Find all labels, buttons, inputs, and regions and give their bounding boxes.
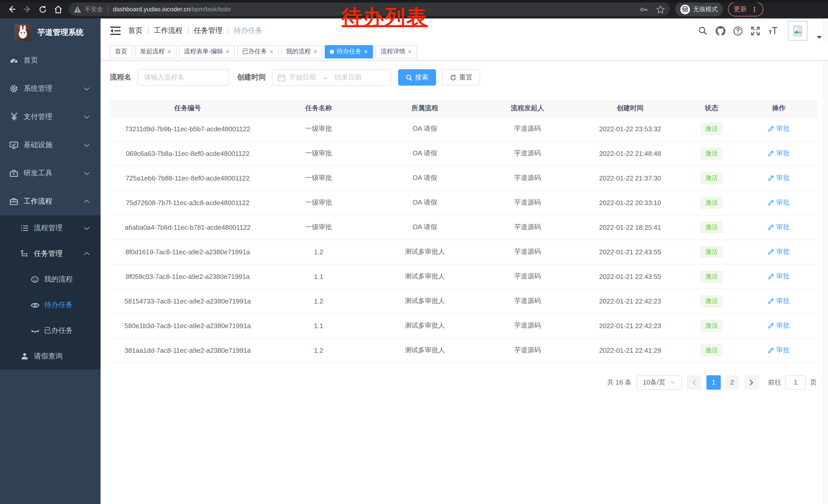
date-range-picker[interactable]: 开始日期 - 结束日期 xyxy=(272,69,391,86)
tag-view-item[interactable]: 已办任务× xyxy=(237,45,278,58)
table-row[interactable]: 8f0d1619-7ac8-11ec-a9e2-a2380e71991a 1.2… xyxy=(110,239,818,264)
github-icon[interactable] xyxy=(715,26,726,36)
table-row[interactable]: 381aa1dd-7ac8-11ec-a9e2-a2380e71991a 1.2… xyxy=(110,338,818,363)
cell-starter: 芋道源码 xyxy=(478,264,577,289)
cell-created-time: 2022-01-22 18:25:41 xyxy=(577,215,683,239)
breadcrumb-item[interactable]: 任务管理 xyxy=(194,26,223,35)
update-label[interactable]: 更新 xyxy=(734,5,747,14)
password-key-icon[interactable] xyxy=(639,5,648,13)
browser-menu-icon[interactable]: ⋮ xyxy=(751,5,758,13)
cell-task-name: 一级审批 xyxy=(265,166,372,190)
sidebar-item-pay[interactable]: 支付管理 xyxy=(0,102,100,131)
process-name-input[interactable]: 请输入流程名 xyxy=(137,69,229,86)
cell-process: 测试多审批人 xyxy=(372,338,478,363)
tag-label: 首页 xyxy=(115,47,127,56)
font-size-icon[interactable] xyxy=(768,26,778,36)
avatar[interactable] xyxy=(788,21,808,41)
back-icon[interactable] xyxy=(4,2,19,16)
sidebar-item-bpm[interactable]: 工作流程 xyxy=(0,187,100,215)
forward-icon[interactable] xyxy=(19,2,35,16)
page-number-2[interactable]: 2 xyxy=(725,375,739,390)
browser-update-button[interactable]: 更新 ⋮ xyxy=(728,2,763,16)
url-path: /bpm/task/todo xyxy=(190,6,231,13)
fullscreen-icon[interactable] xyxy=(750,26,760,36)
tag-view-item[interactable]: 我的流程× xyxy=(281,45,322,58)
sidebar-collapse-icon[interactable] xyxy=(110,25,121,36)
status-badge: 激活 xyxy=(701,320,722,331)
approve-link[interactable]: 审批 xyxy=(768,296,790,306)
sidebar-logo-row[interactable]: 芋道管理系统 xyxy=(0,18,100,46)
sidebar-item-system[interactable]: 系统管理 xyxy=(0,74,100,102)
tag-view-item[interactable]: 流程详情× xyxy=(376,45,417,58)
search-button[interactable]: 搜索 xyxy=(398,69,436,86)
close-icon[interactable]: × xyxy=(225,48,229,55)
sidebar-item-process-mgmt[interactable]: 流程管理 xyxy=(0,215,100,241)
status-badge: 激活 xyxy=(701,172,722,184)
table-row[interactable]: 8f059c03-7ac8-11ec-a9e2-a2380e71991a 1.1… xyxy=(110,264,818,289)
security-warning-icon[interactable] xyxy=(74,6,81,12)
cell-task-id: 73211d9d-7b9b-11ec-b5b7-acde48001122 xyxy=(110,117,265,141)
cell-task-id: 069c6a63-7b8a-11ec-8ef0-acde48001122 xyxy=(110,141,265,166)
range-separator: - xyxy=(320,74,331,81)
breadcrumb-item[interactable]: 首页 xyxy=(128,26,142,35)
start-date-placeholder[interactable]: 开始日期 xyxy=(289,73,316,82)
avatar-dropdown-caret-icon[interactable] xyxy=(817,36,822,39)
approve-link[interactable]: 审批 xyxy=(768,272,790,281)
approve-link[interactable]: 审批 xyxy=(768,198,790,207)
close-icon[interactable]: × xyxy=(167,48,171,55)
home-icon[interactable] xyxy=(50,2,66,16)
tag-view-item[interactable]: 首页 xyxy=(110,45,132,58)
reload-icon[interactable] xyxy=(35,2,50,16)
sidebar-item-my-process[interactable]: 我的流程 xyxy=(0,267,100,292)
approve-link[interactable]: 审批 xyxy=(768,223,790,232)
prev-page-button[interactable] xyxy=(687,375,701,390)
goto-label: 前往 xyxy=(768,378,781,387)
approve-link[interactable]: 审批 xyxy=(768,124,790,133)
close-icon[interactable]: × xyxy=(269,48,273,55)
cell-created-time: 2022-01-22 23:53:32 xyxy=(577,117,683,141)
close-icon[interactable]: × xyxy=(314,48,317,55)
approve-link[interactable]: 审批 xyxy=(768,346,790,355)
page-number-1[interactable]: 1 xyxy=(706,375,721,390)
table-row[interactable]: 069c6a63-7b8a-11ec-8ef0-acde48001122 一级审… xyxy=(110,141,818,166)
page-scrollbar[interactable] xyxy=(823,18,828,504)
search-icon[interactable] xyxy=(698,26,708,36)
security-label[interactable]: 不安全 xyxy=(85,5,103,13)
app-logo xyxy=(14,24,31,41)
breadcrumb-item[interactable]: 工作流程 xyxy=(154,26,182,35)
end-date-placeholder[interactable]: 结束日期 xyxy=(335,73,362,82)
approve-link[interactable]: 审批 xyxy=(768,247,790,256)
sidebar-item-infra[interactable]: 基础设施 xyxy=(0,131,100,159)
sidebar-item-task-mgmt[interactable]: 任务管理 xyxy=(0,241,100,267)
sidebar-item-done-task[interactable]: 已办任务 xyxy=(0,318,100,343)
page-size-select[interactable]: 10条/页 xyxy=(637,375,682,390)
next-page-button[interactable] xyxy=(744,375,759,390)
sidebar-item-todo-task[interactable]: 待办任务 xyxy=(0,292,100,318)
help-icon[interactable] xyxy=(733,26,743,36)
tag-view-item[interactable]: 流程表单-编辑× xyxy=(179,45,235,58)
sidebar-item-home[interactable]: 首页 xyxy=(0,46,100,74)
cell-process: 测试多审批人 xyxy=(372,289,478,313)
breadcrumb: 首页/工作流程/任务管理/待办任务 xyxy=(128,26,262,35)
table-row[interactable]: 58154733-7ac8-11ec-a9e2-a2380e71991a 1.2… xyxy=(110,289,818,313)
sidebar-item-leave-query[interactable]: 请假查询 xyxy=(0,343,100,369)
approve-link[interactable]: 审批 xyxy=(768,321,790,330)
table-row[interactable]: 580e1b3d-7ac8-11ec-a9e2-a2380e71991a 1.1… xyxy=(110,313,818,338)
close-icon[interactable]: × xyxy=(364,48,368,55)
tag-view-item[interactable]: 发起流程× xyxy=(135,45,176,58)
breadcrumb-separator: / xyxy=(147,27,149,35)
sidebar-item-tool[interactable]: 研发工具 xyxy=(0,159,100,187)
table-row[interactable]: a6aba0a4-7b6d-11ec-b781-acde48001122 一级审… xyxy=(110,215,818,239)
bookmark-star-icon[interactable] xyxy=(656,5,665,13)
reset-button[interactable]: 重置 xyxy=(442,69,480,86)
sidebar: 芋道管理系统 首页 系统管理 支付管理 xyxy=(0,18,100,504)
table-row[interactable]: 725a1eb6-7b88-11ec-8ef0-acde48001122 一级审… xyxy=(110,166,818,190)
tags-view-bar: 首页发起流程×流程表单-编辑×已办任务×我的流程×待办任务×流程详情× xyxy=(100,43,828,60)
table-row[interactable]: 73211d9d-7b9b-11ec-b5b7-acde48001122 一级审… xyxy=(110,117,818,141)
goto-page-input[interactable] xyxy=(785,375,806,390)
table-row[interactable]: 75d72608-7b7f-11ec-a3c8-acde48001122 一级审… xyxy=(110,190,818,215)
close-icon[interactable]: × xyxy=(408,48,412,55)
tag-view-active[interactable]: 待办任务× xyxy=(325,45,373,58)
approve-link[interactable]: 审批 xyxy=(768,173,790,183)
approve-link[interactable]: 审批 xyxy=(768,149,790,158)
